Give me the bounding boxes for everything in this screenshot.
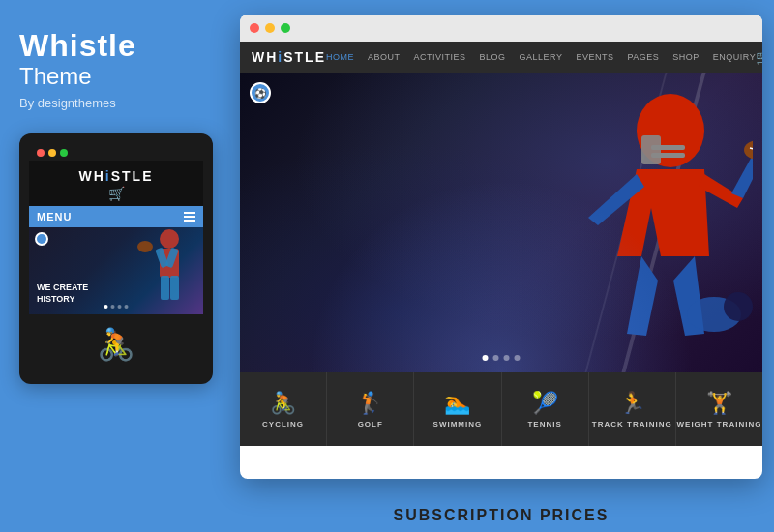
mobile-menu-bar[interactable]: MENU: [29, 206, 203, 227]
sport-weight[interactable]: 🏋 WEIGHT TRAINING: [676, 372, 762, 446]
hamburger-icon: [184, 212, 195, 222]
hero-dot-3: [504, 355, 510, 361]
hero-dots: [483, 355, 521, 361]
weight-icon: 🏋: [706, 391, 732, 416]
sport-swimming[interactable]: 🏊 SWIMMING: [414, 372, 501, 446]
svg-rect-10: [651, 153, 685, 158]
brand-by: By designthemes: [19, 96, 213, 110]
mobile-hero-text: WE CREATE HISTORY: [37, 282, 88, 305]
svg-point-14: [724, 292, 753, 321]
svg-rect-5: [170, 276, 179, 300]
svg-point-11: [744, 140, 753, 160]
svg-rect-9: [651, 145, 685, 150]
browser-nav-links[interactable]: HOME ABOUT ACTIVITIES BLOG GALLERY EVENT…: [326, 52, 756, 62]
browser-logo: WHiSTLE: [252, 49, 326, 65]
nav-enquiry[interactable]: ENQUIRY: [713, 52, 756, 62]
browser-logo-accent: i: [278, 49, 283, 65]
mobile-dot-red: [37, 149, 45, 157]
svg-point-0: [160, 229, 179, 249]
nav-about[interactable]: ABOUT: [368, 52, 401, 62]
mobile-logo-accent: i: [105, 168, 111, 184]
hero-dot-1: [483, 355, 489, 361]
nav-shop[interactable]: SHOP: [672, 52, 700, 62]
hero-dot-4: [125, 305, 129, 309]
swimming-icon: 🏊: [444, 391, 470, 416]
golf-icon: 🏌: [357, 391, 383, 416]
sport-cycling[interactable]: 🚴 CYCLING: [240, 372, 327, 446]
mobile-menu-label: MENU: [37, 211, 72, 222]
browser-topbar: [240, 15, 762, 42]
weight-label: WEIGHT TRAINING: [677, 420, 762, 429]
browser-hero: ⚽: [240, 73, 762, 372]
browser-dot-red: [250, 23, 259, 33]
browser-nav: WHiSTLE HOME ABOUT ACTIVITIES BLOG GALLE…: [240, 42, 762, 73]
mobile-player-svg: [87, 227, 203, 314]
swimming-label: SWIMMING: [433, 420, 483, 429]
bottom-section: SUBSCRIPTION PRICES: [240, 495, 762, 532]
tennis-label: TENNIS: [527, 420, 561, 429]
hero-dot-3: [118, 305, 122, 309]
tennis-icon: 🎾: [532, 391, 558, 416]
svg-rect-4: [161, 276, 169, 300]
golf-label: GOLF: [358, 420, 383, 429]
sport-tennis[interactable]: 🎾 TENNIS: [502, 372, 589, 446]
subscription-title: SUBSCRIPTION PRICES: [240, 507, 762, 524]
left-panel: Whistle Theme By designthemes WHiSTLE 🛒 …: [0, 0, 232, 532]
cycling-icon-large: 🚴: [97, 326, 135, 363]
mobile-cycling-section: 🚴: [29, 314, 203, 374]
mobile-soccer-icon: [35, 232, 48, 246]
browser-dot-green: [281, 23, 290, 33]
cycling-label: CYCLING: [262, 420, 304, 429]
brand-subtitle: Theme: [19, 63, 213, 90]
brand-title: Whistle: [19, 29, 213, 63]
nav-gallery[interactable]: GALLERY: [520, 52, 563, 62]
mobile-hero-dots: [104, 305, 129, 309]
mobile-cart-icon: 🛒: [108, 186, 125, 201]
svg-point-6: [137, 241, 153, 252]
mobile-mockup: WHiSTLE 🛒 MENU: [19, 133, 213, 384]
hero-line1: WE CREATE: [37, 282, 88, 294]
hero-dot-1: [104, 305, 108, 309]
sport-golf[interactable]: 🏌 GOLF: [327, 372, 414, 446]
mobile-logo: WHiSTLE: [29, 168, 203, 184]
mobile-hero: WE CREATE HISTORY: [29, 227, 203, 314]
hero-dot-4: [515, 355, 521, 361]
nav-home[interactable]: HOME: [326, 52, 354, 62]
browser-mockup: WHiSTLE HOME ABOUT ACTIVITIES BLOG GALLE…: [240, 15, 762, 479]
nav-activities[interactable]: ACTIVITIES: [414, 52, 466, 62]
mobile-header: WHiSTLE 🛒: [29, 161, 203, 206]
mobile-dot-yellow: [48, 149, 56, 157]
track-label: TRACK TRAINING: [592, 420, 672, 429]
track-icon: 🏃: [619, 391, 645, 416]
nav-events[interactable]: EVENTS: [576, 52, 613, 62]
hero-soccer-badge: ⚽: [250, 82, 271, 103]
browser-dot-yellow: [265, 23, 275, 33]
sports-bar: 🚴 CYCLING 🏌 GOLF 🏊 SWIMMING 🎾 TENNIS 🏃 T…: [240, 372, 762, 446]
nav-blog[interactable]: BLOG: [480, 52, 506, 62]
hero-dot-2: [493, 355, 499, 361]
hero-dot-2: [111, 305, 115, 309]
mobile-dots: [29, 143, 203, 161]
hero-player-svg: [501, 82, 753, 353]
browser-cart-icon[interactable]: 🛒 1: [756, 49, 762, 65]
sport-track[interactable]: 🏃 TRACK TRAINING: [589, 372, 676, 446]
cycling-icon: 🚴: [270, 391, 296, 416]
hero-line2: HISTORY: [37, 294, 88, 306]
nav-pages[interactable]: PAGES: [627, 52, 659, 62]
mobile-dot-green: [60, 149, 68, 157]
